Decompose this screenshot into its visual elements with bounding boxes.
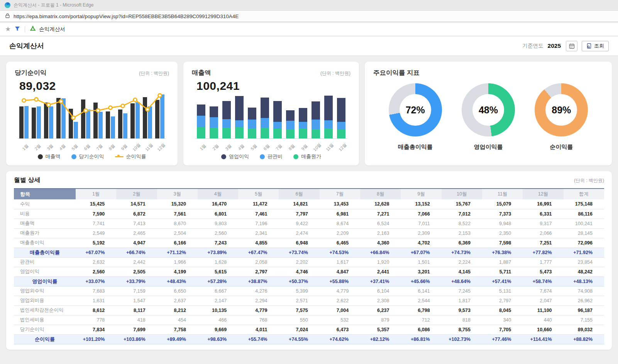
cell-value: 28,145 — [564, 228, 604, 238]
cell-value: 10,135 — [198, 305, 238, 315]
revenue-card: 매출액 (단위 : 백만원) 100,241 1월2월3월4월5월6월7월8월9… — [183, 62, 359, 165]
net-income-chart — [18, 93, 166, 139]
cell-value: 14,571 — [116, 199, 157, 209]
cell-value: +71.92% — [564, 248, 604, 257]
search-button-label: 조회 — [594, 42, 604, 49]
cell-value: 7,024 — [279, 325, 319, 334]
cell-value: 5,192 — [76, 238, 116, 248]
cell-value: 1,617 — [320, 257, 360, 267]
cell-value: 4,145 — [442, 267, 482, 276]
cell-value: 5,615 — [198, 267, 238, 276]
search-button[interactable]: 조회 — [582, 41, 609, 51]
cell-value: 6,650 — [157, 286, 198, 296]
legend-line-marker — [115, 156, 124, 157]
cell-value: 7,373 — [482, 209, 523, 219]
cell-value: 1,631 — [76, 296, 116, 305]
calendar-button[interactable] — [566, 41, 577, 51]
cell-value: +45.66% — [401, 276, 441, 286]
legend-item[interactable]: 당기순이익 — [71, 153, 104, 160]
cell-value: 2,309 — [401, 228, 441, 238]
legend-item[interactable]: 매출액 — [38, 153, 61, 160]
window-titlebar: 손익계산서 - 프로필 1 - Microsoft Edge — [0, 0, 618, 11]
x-axis-label: 7월 — [92, 140, 104, 152]
stacked-bar — [197, 104, 205, 138]
url-bar[interactable]: https://epa.bimatrix.com/portal/popupVie… — [0, 11, 618, 22]
column-header: 7월 — [320, 189, 360, 199]
row-label: 매출총이익 — [14, 238, 76, 248]
cell-value: 4,276 — [238, 286, 279, 296]
cell-value: 2,066 — [523, 228, 563, 238]
table-row: 당기순이익7,8347,6997,7589,6694,0117,0246,473… — [14, 325, 604, 334]
url-text: https://epa.bimatrix.com/portal/popupVie… — [14, 13, 239, 19]
legend-dot — [221, 154, 226, 159]
x-axis-label: 8월 — [104, 140, 117, 152]
cell-value: +86.81% — [401, 334, 441, 344]
cell-value: 9,803 — [198, 219, 238, 228]
cell-value: 175,148 — [564, 199, 604, 209]
segment-매출원가 — [235, 127, 244, 138]
bookmark-item[interactable]: 손익계산서 — [30, 25, 65, 33]
donut-value: 72% — [400, 94, 431, 126]
x-axis-label: 7월 — [271, 140, 284, 152]
dashboard-content: 당기순이익 (단위 : 백만원) 89,032 1월2월3월4월5월6월7월8월… — [0, 56, 618, 350]
table-row: 매출액7,7417,4138,6709,8037,1969,4228,6746,… — [14, 219, 604, 228]
cell-value: 11,472 — [238, 199, 279, 209]
monthly-detail-card: 월별 상세 (단위 : 백만원) 항목1월2월3월4월5월6월7월8월9월10월… — [6, 171, 612, 350]
cell-value: 7,590 — [76, 209, 116, 219]
cell-value: 6,086 — [401, 325, 441, 334]
window-title: 손익계산서 - 프로필 1 - Microsoft Edge — [14, 2, 93, 8]
x-axis-label: 1월 — [195, 140, 208, 152]
cell-value: 7,413 — [116, 219, 157, 228]
table-row: 법인세차감전순이익8,6128,1178,21210,1354,7797,575… — [14, 305, 604, 315]
cell-value: 5,711 — [482, 267, 523, 276]
cell-value: 23,854 — [564, 257, 604, 267]
cell-value: 7,741 — [76, 219, 116, 228]
legend-item[interactable]: 영업이익 — [221, 153, 249, 160]
cell-value: 2,505 — [116, 267, 157, 276]
cell-value: 454 — [157, 315, 198, 325]
cell-value: 8,755 — [442, 325, 482, 334]
cell-value: +67.07% — [76, 248, 116, 257]
cell-value: 2,571 — [279, 296, 319, 305]
cell-value: 7,066 — [401, 209, 441, 219]
table-row: 영업이익2,5602,5054,1995,6152,7974,7464,8472… — [14, 267, 604, 276]
cell-value: 7,004 — [320, 305, 360, 315]
row-label: 매출총이익률 — [14, 248, 76, 257]
segment-영업이익 — [210, 106, 218, 117]
filter-funnel-icon[interactable] — [15, 26, 20, 33]
row-label: 영업외수익 — [14, 286, 76, 296]
cell-value: 768 — [238, 315, 279, 325]
cell-value: 89,032 — [564, 325, 604, 334]
legend-item[interactable]: 판관비 — [260, 153, 283, 160]
net-income-card: 당기순이익 (단위 : 백만원) 89,032 1월2월3월4월5월6월7월8월… — [6, 62, 178, 165]
calendar-icon — [569, 43, 575, 49]
segment-영업이익 — [197, 104, 205, 116]
cell-value: +102.73% — [442, 334, 482, 344]
x-axis-label: 10월 — [129, 140, 141, 152]
cell-value: 2,294 — [238, 296, 279, 305]
cell-value: 4,746 — [279, 267, 319, 276]
cell-value: +77.82% — [523, 248, 563, 257]
favorite-star-icon[interactable]: ★ — [5, 26, 11, 32]
stacked-bar — [337, 98, 345, 138]
legend-dot — [260, 154, 265, 159]
stacked-bar — [312, 101, 320, 138]
cell-value: 2,797 — [482, 296, 523, 305]
x-axis-label: 1월 — [18, 140, 30, 152]
cell-value: 2,058 — [238, 257, 279, 267]
cell-value: +73.74% — [279, 248, 319, 257]
row-label: 법인세비용 — [14, 315, 76, 325]
cell-value: 466 — [198, 315, 238, 325]
legend-item[interactable]: 매출원가 — [293, 153, 321, 160]
base-year-value[interactable]: 2025 — [548, 42, 561, 49]
row-label: 매출원가 — [14, 228, 76, 238]
row-label: 비용 — [14, 209, 76, 219]
cell-value: 2,441 — [360, 267, 401, 276]
legend-item[interactable]: 순이익률 — [115, 153, 146, 160]
segment-판관비 — [222, 119, 231, 128]
bar-group — [259, 98, 271, 138]
table-row: 매출총이익5,1924,9476,1667,2434,8556,9486,465… — [14, 238, 604, 248]
stacked-bar — [286, 110, 295, 138]
cell-value: 1,966 — [157, 257, 198, 267]
cell-value: 2,442 — [116, 257, 157, 267]
